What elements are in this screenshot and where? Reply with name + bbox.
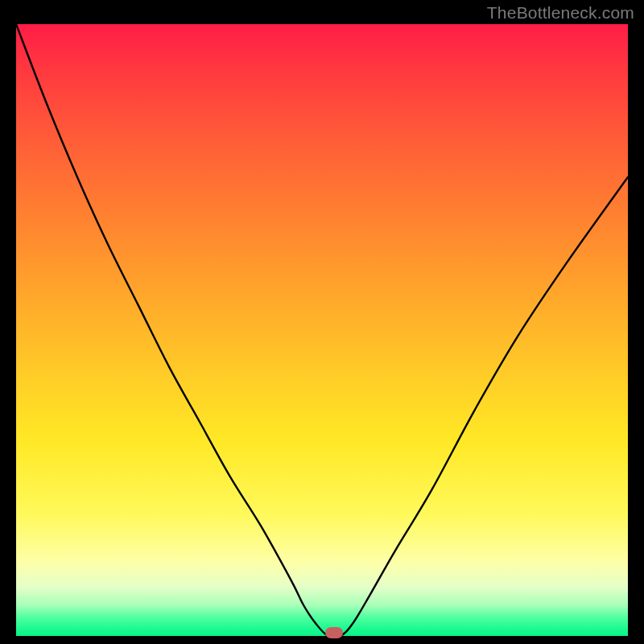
curve-path [16, 24, 628, 636]
plot-area [16, 24, 628, 636]
optimal-marker [325, 627, 343, 638]
bottleneck-curve [16, 24, 628, 636]
chart-frame: TheBottleneck.com [0, 0, 644, 644]
watermark-text: TheBottleneck.com [487, 3, 634, 23]
